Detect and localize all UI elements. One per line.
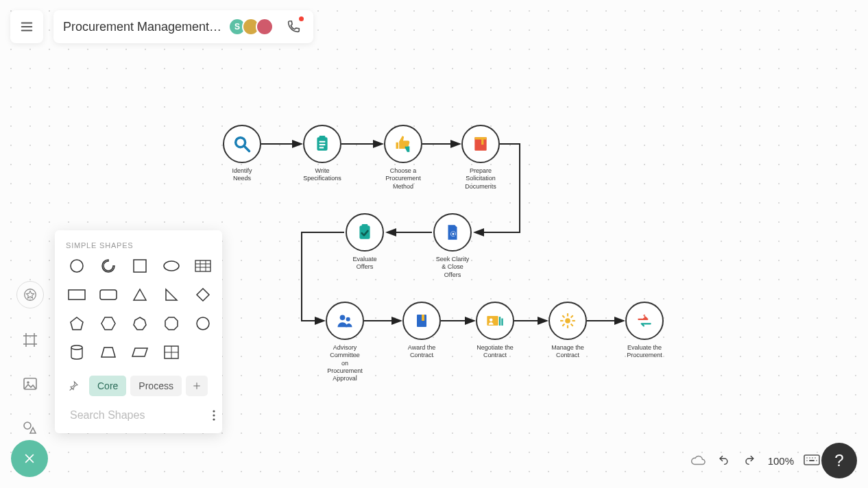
shape-square[interactable]	[129, 256, 151, 276]
node-prepare-documents[interactable]: Prepare Solicitation Documents	[461, 125, 500, 191]
node-label: Advisory Committee on Procurement Approv…	[326, 344, 364, 382]
shape-rectangle[interactable]	[66, 285, 88, 304]
node-label: Seek Clarity & Close Offers	[433, 256, 472, 279]
svg-point-65	[71, 345, 82, 350]
shape-arc[interactable]	[97, 256, 119, 276]
shape-cylinder[interactable]	[66, 343, 88, 362]
shape-rounded-rect[interactable]	[97, 285, 119, 304]
node-label: Prepare Solicitation Documents	[461, 167, 500, 191]
left-toolbar	[16, 281, 44, 440]
shape-grid2x2[interactable]	[160, 343, 182, 362]
svg-rect-21	[359, 225, 370, 239]
call-button[interactable]	[283, 16, 304, 37]
id-card-icon	[485, 311, 505, 330]
svg-point-28	[490, 319, 493, 322]
shape-heptagon[interactable]	[129, 314, 151, 333]
cloud-sync-button[interactable]	[690, 452, 706, 469]
svg-rect-29	[499, 317, 501, 326]
shape-nonagon[interactable]	[192, 314, 214, 333]
shapes-tool[interactable]	[16, 281, 44, 308]
tab-core[interactable]: Core	[89, 376, 126, 396]
tab-label: Core	[97, 380, 118, 391]
node-label: Evaluate Offers	[346, 256, 384, 271]
node-evaluate-procurement[interactable]: 1 Evaluate the Procurement	[625, 302, 664, 360]
svg-point-50	[27, 381, 29, 384]
question-icon: ?	[834, 451, 843, 470]
help-button[interactable]: ?	[821, 443, 857, 478]
keyboard-shortcuts-button[interactable]	[804, 452, 820, 469]
shape-parallelogram[interactable]	[129, 343, 151, 362]
svg-point-51	[24, 422, 31, 429]
node-label: Write Specifications	[303, 167, 341, 183]
node-choose-method[interactable]: Choose a Procurement Method	[384, 125, 422, 191]
svg-rect-62	[69, 290, 85, 300]
close-panel-button[interactable]	[11, 440, 48, 477]
svg-point-80	[815, 457, 816, 459]
node-label: Choose a Procurement Method	[384, 167, 422, 191]
shapes-grid	[55, 256, 222, 370]
svg-point-81	[806, 460, 808, 461]
bottom-right-toolbar: 100%	[690, 452, 820, 469]
shape-octagon[interactable]	[160, 314, 182, 333]
menu-button[interactable]	[10, 10, 43, 43]
search-options-button[interactable]	[213, 407, 215, 424]
svg-rect-34	[560, 320, 563, 321]
avatar[interactable]	[256, 18, 274, 36]
node-seek-clarity[interactable]: Seek Clarity & Close Offers	[433, 213, 472, 279]
svg-rect-11	[320, 136, 326, 138]
node-label: Identify Needs	[223, 167, 261, 183]
shape-hexagon[interactable]	[97, 314, 119, 333]
shape-triangle[interactable]	[129, 285, 151, 304]
shape-right-triangle[interactable]	[160, 285, 182, 304]
node-write-specifications[interactable]: Write Specifications	[303, 125, 341, 183]
node-manage-contract[interactable]: Manage the Contract	[548, 302, 587, 360]
node-label: Negotiate the Contract	[476, 344, 514, 360]
image-tool[interactable]	[18, 371, 43, 396]
svg-rect-26	[422, 315, 424, 321]
shape-diamond[interactable]	[192, 285, 214, 304]
shape-category-tabs: Core Process	[55, 370, 222, 402]
svg-rect-35	[572, 320, 575, 321]
keyboard-icon	[804, 454, 820, 467]
clipboard-icon	[313, 135, 331, 153]
frame-tool[interactable]	[18, 328, 43, 352]
people-icon	[335, 311, 354, 330]
plus-icon	[192, 381, 202, 391]
shape-circle[interactable]	[66, 256, 88, 276]
node-advisory-committee[interactable]: Advisory Committee on Procurement Approv…	[326, 302, 364, 382]
document-title[interactable]: Procurement Management…	[63, 20, 221, 34]
shape-trapezoid[interactable]	[97, 343, 119, 362]
pin-icon	[68, 380, 79, 391]
node-evaluate-offers[interactable]: Evaluate Offers	[346, 213, 384, 271]
node-award-contract[interactable]: Award the Contract	[402, 302, 441, 360]
search-shapes-input[interactable]	[70, 409, 207, 422]
zoom-level[interactable]: 100%	[768, 455, 794, 467]
close-icon	[23, 452, 36, 465]
shape-ellipse[interactable]	[160, 256, 182, 276]
clipboard-check-icon	[356, 223, 374, 241]
shape-table[interactable]	[192, 256, 214, 276]
tab-process[interactable]: Process	[130, 376, 182, 396]
avatar-initial: S	[234, 22, 240, 32]
tab-pin[interactable]	[62, 376, 85, 396]
title-card: Procurement Management… S	[53, 10, 313, 43]
svg-point-82	[816, 460, 817, 461]
node-label: Award the Contract	[402, 344, 441, 360]
svg-point-73	[213, 410, 215, 412]
undo-button[interactable]	[716, 452, 732, 469]
tab-add[interactable]	[186, 376, 208, 396]
node-negotiate-contract[interactable]: Negotiate the Contract	[476, 302, 514, 360]
top-bar: Procurement Management… S	[10, 10, 313, 43]
svg-point-23	[340, 315, 346, 320]
book-icon	[472, 135, 490, 153]
node-label: Manage the Contract	[548, 344, 587, 360]
shape-pentagon[interactable]	[66, 314, 88, 333]
svg-rect-17	[481, 137, 483, 145]
svg-rect-38	[562, 315, 566, 319]
svg-rect-83	[809, 460, 815, 461]
draw-shape-tool[interactable]	[18, 415, 43, 440]
shapes-panel: SIMPLE SHAPES Core Process	[55, 230, 222, 433]
node-identify-needs[interactable]: Identify Needs	[223, 125, 261, 183]
undo-icon	[718, 454, 730, 467]
redo-button[interactable]	[742, 452, 758, 469]
